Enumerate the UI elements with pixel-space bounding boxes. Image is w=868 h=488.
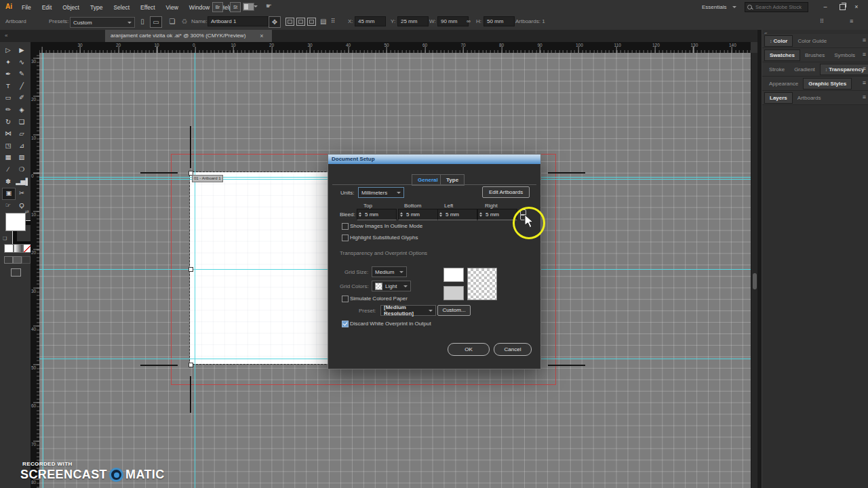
cancel-button[interactable]: Cancel: [494, 343, 532, 356]
restore-button[interactable]: [840, 4, 846, 10]
lasso-tool[interactable]: ∿: [16, 57, 28, 68]
stepper-icon[interactable]: [438, 212, 443, 217]
selection-tool[interactable]: ▷: [2, 45, 14, 56]
selection-handle[interactable]: [189, 267, 193, 272]
stock-button[interactable]: St: [230, 2, 241, 12]
draw-inside-button[interactable]: [22, 256, 31, 264]
new-artboard-button[interactable]: ❏: [167, 16, 178, 26]
fill-swatch[interactable]: [5, 213, 26, 231]
search-input[interactable]: [754, 3, 804, 11]
type-tool[interactable]: T: [2, 81, 14, 92]
menu-item-effect[interactable]: Effect: [135, 1, 161, 14]
preset-dropdown[interactable]: [Medium Resolution]: [380, 305, 436, 316]
eyedropper-tool[interactable]: ∕: [2, 164, 14, 175]
column-graph-tool[interactable]: ▂▅█: [16, 176, 28, 187]
menu-item-file[interactable]: File: [16, 1, 37, 14]
shape-builder-tool[interactable]: ◳: [2, 140, 14, 151]
simulate-paper-checkbox[interactable]: [342, 296, 349, 302]
stepper-icon[interactable]: [357, 212, 363, 217]
bleed-top-field[interactable]: 5 mm: [357, 209, 397, 220]
delete-artboard-button[interactable]: ♻: [179, 16, 190, 26]
mesh-tool[interactable]: ▦: [2, 152, 14, 163]
document-tab[interactable]: aranjament carte vizita ok .ai* @ 300% (…: [105, 30, 272, 42]
panel-tab-stroke[interactable]: Stroke: [764, 64, 789, 75]
substituted-glyphs-checkbox[interactable]: [342, 235, 349, 241]
rearrange-artboards-icon[interactable]: ⠿: [331, 16, 336, 26]
draw-behind-button[interactable]: [13, 256, 22, 264]
menu-item-type[interactable]: Type: [85, 1, 108, 14]
screen-mode-button[interactable]: [11, 268, 21, 277]
touch-workspace-icon[interactable]: ☛: [266, 2, 272, 9]
free-transform-tool[interactable]: ▱: [16, 128, 28, 139]
eraser-tool[interactable]: ◈: [16, 104, 28, 115]
line-segment-tool[interactable]: ╱: [16, 81, 28, 92]
collapse-toolbar-icon[interactable]: «: [5, 31, 7, 41]
direct-selection-tool[interactable]: ▶: [16, 45, 28, 56]
bleed-left-field[interactable]: 5 mm: [437, 209, 477, 220]
width-tool[interactable]: ⋈: [2, 128, 14, 139]
move-artboard-button[interactable]: ✥: [269, 16, 281, 28]
artboard-preset-icon[interactable]: [307, 18, 316, 26]
symbol-sprayer-tool[interactable]: ✽: [2, 176, 14, 187]
bridge-button[interactable]: Br: [212, 2, 223, 12]
tab-close-icon[interactable]: ×: [258, 30, 266, 42]
gradient-tool[interactable]: ▧: [16, 152, 28, 163]
panel-tab-graphic-styles[interactable]: Graphic Styles: [803, 78, 852, 89]
scale-tool[interactable]: ❏: [16, 117, 28, 127]
rotate-tool[interactable]: ↻: [2, 117, 14, 127]
menu-item-view[interactable]: View: [161, 1, 184, 14]
magic-wand-tool[interactable]: ✦: [2, 57, 14, 68]
panel-tab-color[interactable]: ↕Color: [764, 35, 793, 47]
panel-menu-icon[interactable]: ≡: [863, 94, 866, 100]
search-box[interactable]: [745, 2, 808, 12]
outline-mode-checkbox[interactable]: [342, 223, 349, 230]
menu-item-select[interactable]: Select: [108, 1, 135, 14]
broken-link-icon[interactable]: ∞: [467, 16, 471, 26]
stepper-icon[interactable]: [478, 212, 484, 217]
gradient-mode-button[interactable]: [14, 244, 23, 253]
paintbrush-tool[interactable]: ✐: [16, 92, 28, 103]
curvature-tool[interactable]: ✎: [16, 68, 28, 79]
panel-menu-icon[interactable]: ≡: [863, 79, 866, 86]
panel-menu-icon[interactable]: ≡: [863, 51, 866, 58]
menu-item-edit[interactable]: Edit: [37, 1, 58, 14]
h-field[interactable]: 50 mm: [484, 16, 515, 26]
arrange-documents-icon[interactable]: [243, 3, 254, 11]
presets-dropdown[interactable]: Custom: [70, 17, 135, 28]
units-dropdown[interactable]: Millimeters: [358, 187, 404, 198]
menu-item-window[interactable]: Window: [184, 1, 215, 14]
panel-tab-artboards[interactable]: Artboards: [793, 93, 826, 103]
panel-tab-layers[interactable]: Layers: [764, 92, 793, 104]
rectangle-tool[interactable]: ▭: [2, 92, 14, 103]
draw-normal-button[interactable]: [4, 256, 13, 264]
dock-icon[interactable]: ⠿: [820, 16, 824, 26]
panel-tab-color-guide[interactable]: Color Guide: [793, 36, 831, 46]
workspace-switcher[interactable]: Essentials: [702, 4, 726, 10]
panel-tab-symbols[interactable]: Symbols: [829, 50, 860, 60]
panel-menu-icon[interactable]: ≡: [863, 65, 866, 72]
menu-item-object[interactable]: Object: [57, 1, 85, 14]
hand-tool[interactable]: ☞: [2, 200, 14, 211]
custom-button[interactable]: Custom...: [437, 305, 471, 316]
minimize-button[interactable]: –: [821, 2, 830, 12]
default-fill-stroke-icon[interactable]: ❏: [3, 236, 7, 241]
panel-tab-transparency[interactable]: ↕Transparency: [820, 64, 868, 75]
panel-tab-gradient[interactable]: Gradient: [789, 64, 820, 75]
scrollbar-thumb[interactable]: [753, 273, 757, 289]
panel-tab-brushes[interactable]: Brushes: [800, 50, 829, 60]
bleed-bottom-field[interactable]: 5 mm: [398, 209, 438, 220]
chevron-down-icon[interactable]: [732, 6, 736, 8]
vertical-ruler[interactable]: 30201001020304050607080: [31, 53, 40, 488]
discard-overprint-checkbox[interactable]: [342, 321, 349, 327]
dialog-title-bar[interactable]: Document Setup: [328, 155, 540, 164]
ok-button[interactable]: OK: [448, 343, 490, 356]
artboard-options-icon[interactable]: ▤: [320, 16, 326, 26]
ruler-origin-box[interactable]: [31, 42, 40, 54]
grid-size-dropdown[interactable]: Medium: [372, 266, 407, 277]
artboard-tool[interactable]: ▣: [2, 188, 16, 200]
horizontal-ruler[interactable]: 3020100102030405060708090100110120130140: [39, 42, 751, 54]
pencil-tool[interactable]: ✏: [2, 104, 14, 115]
selection-handle[interactable]: [189, 363, 193, 367]
bleed-right-field[interactable]: 5 mm: [477, 209, 517, 220]
portrait-orientation-button[interactable]: ▯: [137, 16, 148, 26]
